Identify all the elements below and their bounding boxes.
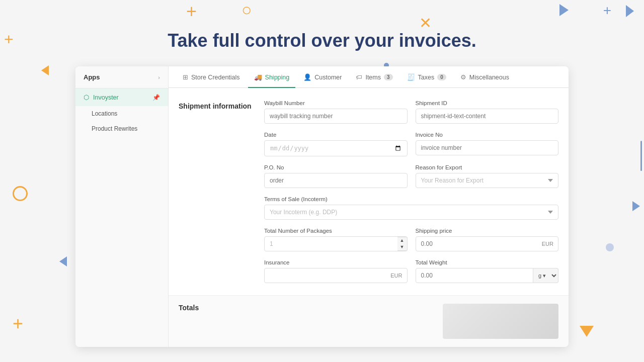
form-row-4: Terms of Sale (Incoterm) Your Incoterm (…	[264, 196, 558, 220]
shipment-id-input[interactable]	[416, 109, 559, 124]
invoice-no-input[interactable]	[416, 140, 559, 155]
receipt-icon: 🧾	[407, 73, 415, 81]
shipping-price-input[interactable]	[416, 236, 559, 251]
total-weight-input[interactable]	[416, 268, 534, 283]
tab-store-credentials-label: Store Credentials	[191, 74, 240, 81]
reason-for-export-select[interactable]: Your Reason for Export Sale Gift Return …	[416, 173, 559, 188]
shipping-price-currency: EUR	[542, 241, 553, 247]
truck-icon: 🚚	[254, 73, 262, 81]
tab-shipping-label: Shipping	[265, 74, 290, 81]
tab-items-label: Items	[365, 74, 381, 81]
sidebar-item-locations-label: Locations	[92, 110, 117, 117]
sidebar-item-locations[interactable]: Locations	[75, 106, 168, 121]
insurance-wrapper: EUR	[264, 268, 408, 283]
insurance-currency: EUR	[390, 273, 402, 279]
waybill-number-input[interactable]	[264, 109, 408, 124]
shipment-id-group: Shipment ID	[416, 100, 559, 124]
items-badge: 3	[384, 74, 393, 80]
tab-customer-label: Customer	[314, 74, 342, 81]
sidebar-item-product-rewrites-label: Product Rewrites	[92, 125, 137, 132]
sidebar-item-product-rewrites[interactable]: Product Rewrites	[75, 121, 168, 136]
waybill-number-group: Waybill Number	[264, 100, 408, 124]
deco-circle-2	[13, 186, 28, 201]
form-row-3: P.O. No Reason for Export Your Reason fo…	[264, 164, 558, 188]
tab-miscellaneous-label: Miscellaneous	[469, 74, 509, 81]
tab-taxes-label: Taxes	[418, 74, 435, 81]
total-weight-wrapper: g ▾ kg lb oz	[416, 268, 559, 283]
invoyster-icon: ⬡	[84, 94, 89, 101]
hero-title: Take full control over your invoices.	[0, 0, 644, 66]
form-row-6: Insurance EUR Total Weight g ▾ kg	[264, 259, 558, 283]
main-content: ⊞ Store Credentials 🚚 Shipping 👤 Custome…	[169, 66, 569, 347]
insurance-input[interactable]	[264, 268, 408, 283]
totals-section: Totals	[169, 295, 569, 347]
shipment-form: Waybill Number Shipment ID Date	[264, 100, 558, 283]
form-row-5: Total Number of Packages ▲ ▼ Shipping pr…	[264, 228, 558, 251]
totals-label: Totals	[179, 304, 199, 312]
terms-of-sale-select[interactable]: Your Incoterm (e.g. DDP) EXW FCA DDP	[264, 205, 558, 220]
tab-shipping[interactable]: 🚚 Shipping	[248, 66, 296, 88]
total-weight-group: Total Weight g ▾ kg lb oz	[416, 259, 559, 283]
tab-store-credentials[interactable]: ⊞ Store Credentials	[177, 66, 246, 88]
pin-icon: 📌	[152, 94, 160, 101]
total-weight-label: Total Weight	[416, 259, 559, 265]
shipment-id-label: Shipment ID	[416, 100, 559, 106]
shipping-price-group: Shipping price EUR	[416, 228, 559, 251]
deco-arrow-left	[41, 65, 49, 75]
sidebar-item-invoyster-label: Invoyster	[93, 94, 119, 101]
tab-bar: ⊞ Store Credentials 🚚 Shipping 👤 Custome…	[169, 66, 569, 88]
po-no-label: P.O. No	[264, 164, 408, 170]
invoice-no-label: Invoice No	[416, 132, 559, 138]
settings-icon: ⚙	[460, 73, 466, 81]
tab-taxes[interactable]: 🧾 Taxes 0	[401, 66, 452, 88]
terms-of-sale-label: Terms of Sale (Incoterm)	[264, 196, 558, 202]
deco-tri-6	[632, 201, 640, 211]
terms-of-sale-group: Terms of Sale (Incoterm) Your Incoterm (…	[264, 196, 558, 220]
store-icon: ⊞	[183, 73, 188, 81]
total-packages-stepper-wrapper: ▲ ▼	[264, 236, 408, 251]
person-icon: 👤	[303, 73, 311, 81]
sidebar-header: Apps ›	[75, 66, 168, 88]
shipping-price-wrapper: EUR	[416, 236, 559, 251]
invoice-no-group: Invoice No	[416, 132, 559, 156]
stepper-down-button[interactable]: ▼	[397, 244, 407, 250]
stepper-up-button[interactable]: ▲	[397, 237, 407, 244]
sidebar-item-invoyster[interactable]: ⬡ Invoyster 📌	[75, 88, 168, 106]
content-area: Shipment information Waybill Number Ship…	[169, 88, 569, 295]
shipping-price-label: Shipping price	[416, 228, 559, 234]
total-packages-label: Total Number of Packages	[264, 228, 408, 234]
deco-dot-2	[606, 243, 614, 251]
stepper-controls: ▲ ▼	[397, 237, 408, 251]
waybill-number-label: Waybill Number	[264, 100, 408, 106]
date-input[interactable]	[264, 140, 408, 156]
po-no-input[interactable]	[264, 173, 408, 188]
totals-chart-placeholder	[443, 304, 558, 339]
form-row-1: Waybill Number Shipment ID	[264, 100, 558, 124]
insurance-label: Insurance	[264, 259, 408, 265]
tab-customer[interactable]: 👤 Customer	[297, 66, 348, 88]
po-no-group: P.O. No	[264, 164, 408, 188]
total-packages-group: Total Number of Packages ▲ ▼	[264, 228, 408, 251]
deco-line-v	[640, 141, 642, 171]
reason-for-export-label: Reason for Export	[416, 164, 559, 170]
section-label-shipment: Shipment information	[179, 100, 254, 283]
tab-miscellaneous[interactable]: ⚙ Miscellaneous	[454, 66, 515, 88]
sidebar: Apps › ⬡ Invoyster 📌 Locations Product R…	[75, 66, 169, 347]
deco-plus-2: +	[13, 313, 23, 334]
deco-tri-4	[580, 326, 594, 337]
reason-for-export-group: Reason for Export Your Reason for Export…	[416, 164, 559, 188]
insurance-group: Insurance EUR	[264, 259, 408, 283]
sidebar-header-title: Apps	[84, 73, 100, 81]
date-group: Date	[264, 132, 408, 156]
total-packages-input[interactable]	[264, 236, 408, 251]
deco-tri-5	[59, 256, 67, 266]
tag-icon: 🏷	[356, 73, 362, 81]
sidebar-expand-icon[interactable]: ›	[158, 74, 160, 80]
tab-items[interactable]: 🏷 Items 3	[350, 66, 398, 88]
weight-unit-select[interactable]: g ▾ kg lb oz	[533, 268, 558, 283]
app-window: Apps › ⬡ Invoyster 📌 Locations Product R…	[75, 66, 569, 347]
form-row-2: Date Invoice No	[264, 132, 558, 156]
taxes-badge: 0	[437, 74, 446, 80]
date-label: Date	[264, 132, 408, 138]
